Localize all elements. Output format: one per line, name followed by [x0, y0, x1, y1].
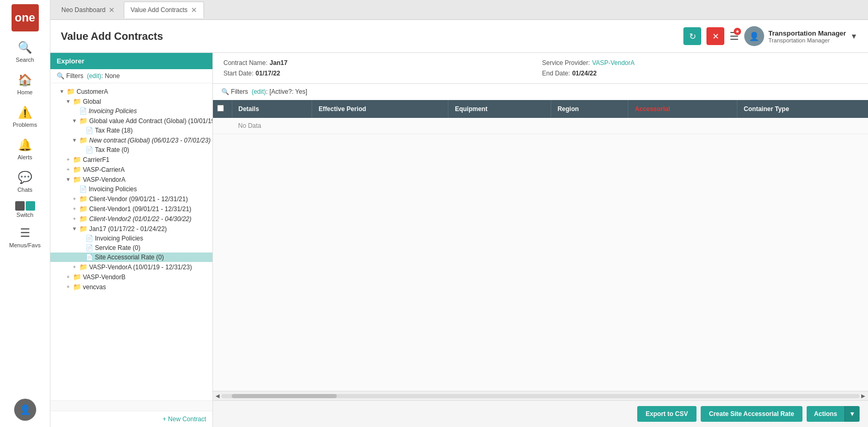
user-avatar: 👤 [744, 26, 764, 46]
data-table-container: Details Effective Period Equipment Regio… [213, 100, 868, 391]
alerts-icon: 🔔 [18, 138, 32, 152]
sidebar: one 🔍 Search 🏠 Home ⚠️ Problems 🔔 Alerts… [0, 0, 50, 427]
scroll-track [221, 394, 860, 398]
page-header: Value Add Contracts ↻ ✕ ☰ ★ 👤 Transporta… [50, 20, 868, 53]
tree-item-service-rate[interactable]: 📄 Service Rate (0) [50, 243, 212, 253]
menu-button[interactable]: ☰ ★ [730, 30, 739, 42]
end-date-row: End Date: 01/24/22 [542, 70, 858, 77]
tree-item-vasp-vendorA[interactable]: ▼ 📁 VASP-VendorA [50, 174, 212, 184]
switch-icon [15, 201, 35, 211]
explorer-hscroll[interactable] [50, 400, 212, 411]
table-filters-edit[interactable]: (edit) [250, 88, 266, 95]
header-actions: ↻ ✕ ☰ ★ 👤 Transportation Manager Transpo… [683, 26, 858, 46]
tab-bar: Neo Dashboard ✕ Value Add Contracts ✕ [50, 0, 868, 20]
tree-item-new-contract[interactable]: ▼ 📁 New contract (Global) (06/01/23 - 07… [50, 135, 212, 145]
right-panel: Contract Name: Jan17 Service Provider: V… [213, 53, 868, 427]
new-contract-link[interactable]: + New Contract [163, 415, 206, 423]
explorer-panel: Explorer 🔍 Filters (edit): None ▼ 📁 Cust… [50, 53, 213, 427]
refresh-button[interactable]: ↻ [683, 27, 701, 45]
bottom-toolbar: Export to CSV Create Site Accessorial Ra… [213, 400, 868, 427]
tree-item-global[interactable]: ▼ 📁 Global [50, 96, 212, 106]
page-title: Value Add Contracts [61, 30, 163, 42]
tree-item-client-vendor[interactable]: + 📁 Client-Vendor (09/01/21 - 12/31/21) [50, 194, 212, 204]
notification-badge: ★ [734, 28, 741, 35]
tab-close-vac[interactable]: ✕ [191, 6, 197, 14]
table-row-no-data: No Data [213, 118, 868, 134]
main-area: Neo Dashboard ✕ Value Add Contracts ✕ Va… [50, 0, 868, 427]
tree-item-vasp-vendorA-sub[interactable]: + 📁 VASP-VendorA (10/01/19 - 12/31/23) [50, 262, 212, 272]
user-dropdown-icon[interactable]: ▼ [850, 32, 858, 40]
sidebar-item-alerts[interactable]: 🔔 Alerts [0, 133, 50, 166]
explorer-filters-edit[interactable]: (edit) [85, 72, 101, 80]
user-avatar-sidebar[interactable]: 👤 [14, 399, 36, 421]
tab-close-neo[interactable]: ✕ [109, 6, 115, 14]
start-date-row: Start Date: 01/17/22 [223, 70, 539, 77]
table-header-row: Details Effective Period Equipment Regio… [213, 100, 868, 118]
sidebar-item-problems[interactable]: ⚠️ Problems [0, 101, 50, 133]
user-info: 👤 Transportation Manager Transportation … [744, 26, 858, 46]
th-details: Details [232, 100, 312, 118]
th-accessorial: Accessorial [628, 100, 737, 118]
tree-item-invoicing-vasp[interactable]: 📄 Invoicing Policies [50, 184, 212, 194]
table-filters-bar: 🔍 Filters (edit): [Active?: Yes] [213, 84, 868, 100]
table-body: No Data [213, 118, 868, 134]
tree-item-client-vendor2[interactable]: + 📁 Client-Vendor2 (01/01/22 - 04/30/22) [50, 214, 212, 224]
scroll-right-arrow[interactable]: ▶ [860, 393, 867, 399]
tree-item-invoicing-global[interactable]: 📄 Invoicing Policies [50, 106, 212, 116]
tree-item-invoicing-jan17[interactable]: 📄 Invoicing Policies [50, 234, 212, 243]
tree-item-site-accessorial[interactable]: 📄 Site Accessorial Rate (0) [50, 253, 212, 262]
th-region: Region [551, 100, 628, 118]
tree-item-vasp-carrierA[interactable]: + 📁 VASP-CarrierA [50, 165, 212, 174]
create-site-accessorial-button[interactable]: Create Site Accessorial Rate [701, 406, 802, 422]
tree-item-tax18[interactable]: 📄 Tax Rate (18) [50, 126, 212, 135]
contract-name-row: Contract Name: Jan17 [223, 59, 539, 67]
tree-item-customerA[interactable]: ▼ 📁 CustomerA [50, 86, 212, 96]
tree-item-global-contract[interactable]: ▼ 📁 Global value Add Contract (Global) (… [50, 116, 212, 126]
sidebar-item-menus[interactable]: ☰ Menus/Favs [0, 221, 50, 254]
actions-group: Actions ▼ [807, 406, 860, 422]
tree-item-vencvas[interactable]: + 📁 vencvas [50, 282, 212, 292]
export-csv-button[interactable]: Export to CSV [637, 406, 696, 422]
chats-icon: 💬 [18, 171, 32, 184]
sidebar-item-chats[interactable]: 💬 Chats [0, 166, 50, 198]
problems-icon: ⚠️ [18, 106, 32, 119]
tab-neo-dashboard[interactable]: Neo Dashboard ✕ [55, 2, 122, 18]
tree-item-tax0[interactable]: 📄 Tax Rate (0) [50, 145, 212, 155]
menus-icon: ☰ [20, 226, 30, 240]
service-provider-row: Service Provider: VASP-VendorA [542, 59, 858, 67]
close-button[interactable]: ✕ [706, 27, 724, 45]
th-effective-period: Effective Period [312, 100, 448, 118]
app-logo[interactable]: one [12, 4, 39, 31]
tree-item-vasp-vendorB[interactable]: + 📁 VASP-VendorB [50, 272, 212, 282]
explorer-footer: + New Contract [50, 411, 212, 427]
th-checkbox [213, 100, 232, 118]
explorer-header: Explorer [50, 53, 212, 69]
scroll-thumb [232, 394, 337, 398]
scroll-left-arrow[interactable]: ◀ [214, 393, 221, 399]
explorer-tree: ▼ 📁 CustomerA ▼ 📁 Global 📄 Invoicing Pol… [50, 83, 212, 400]
search-icon: 🔍 [18, 41, 32, 54]
data-table: Details Effective Period Equipment Regio… [213, 100, 868, 134]
tree-item-client-vendor1[interactable]: + 📁 Client-Vendor1 (09/01/21 - 12/31/21) [50, 204, 212, 214]
service-provider-link[interactable]: VASP-VendorA [592, 59, 635, 67]
select-all-checkbox[interactable] [217, 105, 224, 112]
th-container-type: Container Type [737, 100, 868, 118]
tree-item-jan17[interactable]: ▼ 📁 Jan17 (01/17/22 - 01/24/22) [50, 224, 212, 234]
tab-value-add-contracts[interactable]: Value Add Contracts ✕ [124, 2, 204, 18]
actions-button[interactable]: Actions [807, 406, 844, 422]
user-text: Transportation Manager Transportation Ma… [768, 29, 846, 43]
explorer-filters: 🔍 Filters (edit): None [50, 69, 212, 83]
sidebar-bottom: 👤 [14, 399, 36, 427]
sidebar-item-switch[interactable]: Switch [0, 198, 50, 221]
tree-item-carrierF1[interactable]: + 📁 CarrierF1 [50, 155, 212, 165]
content-area: Explorer 🔍 Filters (edit): None ▼ 📁 Cust… [50, 53, 868, 427]
sidebar-item-search[interactable]: 🔍 Search [0, 36, 50, 68]
contract-info: Contract Name: Jan17 Service Provider: V… [213, 53, 868, 84]
home-icon: 🏠 [18, 73, 32, 87]
th-equipment: Equipment [448, 100, 551, 118]
horizontal-scrollbar[interactable]: ◀ ▶ [213, 391, 868, 400]
actions-dropdown-button[interactable]: ▼ [844, 406, 860, 422]
sidebar-item-home[interactable]: 🏠 Home [0, 68, 50, 101]
